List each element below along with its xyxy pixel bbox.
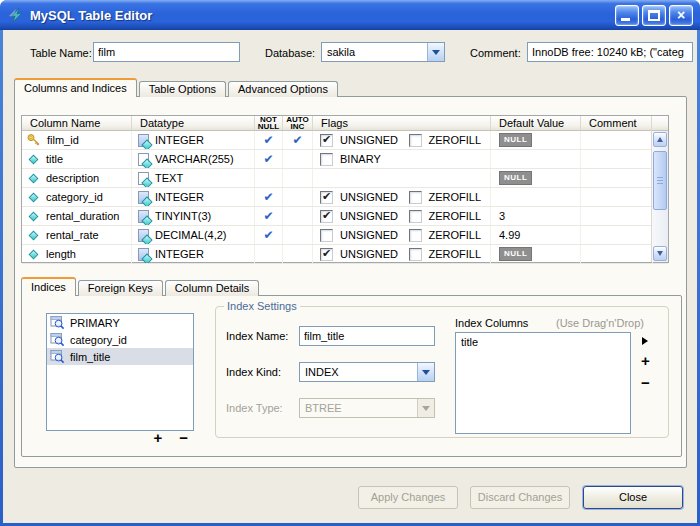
header-datatype[interactable]: Datatype xyxy=(132,116,255,130)
minimize-button[interactable] xyxy=(615,5,639,26)
zerofill-checkbox[interactable] xyxy=(409,210,422,223)
remove-index-button[interactable]: − xyxy=(179,429,188,446)
add-column-button[interactable]: + xyxy=(641,355,650,367)
zerofill-checkbox[interactable] xyxy=(409,134,422,147)
index-columns-list[interactable]: title xyxy=(455,332,631,434)
not-null-check[interactable] xyxy=(262,152,276,166)
move-column-icon[interactable] xyxy=(642,337,648,345)
default-value: 4.99 xyxy=(499,229,520,241)
table-row[interactable]: film_id INTEGER UNSIGNED ZEROFILL NULL xyxy=(22,131,668,150)
index-column-item[interactable]: title xyxy=(456,333,630,350)
index-type-label: Index Type: xyxy=(226,402,283,414)
flag-label: UNSIGNED xyxy=(340,191,398,203)
index-name-input[interactable] xyxy=(299,326,435,346)
primary-key-icon xyxy=(27,133,41,147)
scroll-down-button[interactable] xyxy=(653,246,667,261)
unsigned-checkbox[interactable] xyxy=(320,229,333,242)
index-list[interactable]: PRIMARY category_id film_title xyxy=(46,313,194,431)
unsigned-checkbox[interactable] xyxy=(320,191,333,204)
auto-inc-check[interactable] xyxy=(291,228,305,242)
index-list-item[interactable]: film_title xyxy=(47,348,193,365)
not-null-check[interactable] xyxy=(262,228,276,242)
not-null-check[interactable] xyxy=(262,247,276,261)
tab-columns-and-indices[interactable]: Columns and Indices xyxy=(14,78,137,97)
scrollbar[interactable] xyxy=(651,116,668,262)
unsigned-checkbox[interactable] xyxy=(320,248,333,261)
zerofill-checkbox[interactable] xyxy=(409,191,422,204)
table-row[interactable]: title VARCHAR(255) BINARY xyxy=(22,150,668,169)
flag-label: ZEROFILL xyxy=(429,248,482,260)
table-row[interactable]: rental_rate DECIMAL(4,2) UNSIGNED ZEROFI… xyxy=(22,226,668,245)
index-name: PRIMARY xyxy=(70,317,120,329)
auto-inc-check[interactable] xyxy=(291,152,305,166)
not-null-check[interactable] xyxy=(262,133,276,147)
auto-inc-check[interactable] xyxy=(291,133,305,147)
window-title: MySQL Table Editor xyxy=(30,8,612,23)
unsigned-checkbox[interactable] xyxy=(320,210,333,223)
table-row[interactable]: category_id INTEGER UNSIGNED ZEROFILL xyxy=(22,188,668,207)
index-type-select: BTREE xyxy=(299,398,435,418)
chevron-down-icon[interactable] xyxy=(417,363,434,381)
tab-column-details[interactable]: Column Details xyxy=(165,280,260,296)
columns-grid: Column Name Datatype NOTNULL AUTOINC Fla… xyxy=(21,115,669,263)
zerofill-checkbox[interactable] xyxy=(409,248,422,261)
datatype-icon xyxy=(138,134,149,147)
indices-page: PRIMARY category_id film_title + − xyxy=(21,295,682,457)
index-list-item[interactable]: category_id xyxy=(47,331,193,348)
not-null-check[interactable] xyxy=(262,209,276,223)
header-not-null[interactable]: NOTNULL xyxy=(255,116,283,130)
index-name: film_title xyxy=(70,351,110,363)
auto-inc-check[interactable] xyxy=(291,171,305,185)
datatype-icon xyxy=(138,172,149,185)
auto-inc-check[interactable] xyxy=(291,247,305,261)
datatype-text: DECIMAL(4,2) xyxy=(155,229,227,241)
close-button[interactable]: × xyxy=(669,5,693,26)
binary-checkbox[interactable] xyxy=(320,153,333,166)
database-select[interactable]: sakila xyxy=(321,42,445,62)
unsigned-checkbox[interactable] xyxy=(320,134,333,147)
index-name: category_id xyxy=(70,334,127,346)
datatype-icon xyxy=(138,210,149,223)
default-value: 3 xyxy=(499,210,505,222)
table-row[interactable]: length INTEGER UNSIGNED ZEROFILL NULL xyxy=(22,245,668,264)
grid-header: Column Name Datatype NOTNULL AUTOINC Fla… xyxy=(22,116,668,131)
flag-label: BINARY xyxy=(340,153,381,165)
auto-inc-check[interactable] xyxy=(291,209,305,223)
header-default-value[interactable]: Default Value xyxy=(491,116,581,130)
chevron-down-icon[interactable] xyxy=(427,43,444,61)
table-row[interactable]: rental_duration TINYINT(3) UNSIGNED ZERO… xyxy=(22,207,668,226)
index-list-item[interactable]: PRIMARY xyxy=(47,314,193,331)
not-null-check[interactable] xyxy=(262,171,276,185)
index-icon xyxy=(50,315,65,330)
scroll-thumb[interactable] xyxy=(653,151,667,210)
tab-table-options[interactable]: Table Options xyxy=(139,81,226,97)
close-button-footer[interactable]: Close xyxy=(583,486,683,509)
discard-changes-button[interactable]: Discard Changes xyxy=(470,486,570,509)
tab-foreign-keys[interactable]: Foreign Keys xyxy=(78,280,163,296)
header-column-name[interactable]: Column Name xyxy=(22,116,132,130)
flag-label: ZEROFILL xyxy=(429,229,482,241)
index-kind-select[interactable]: INDEX xyxy=(299,362,435,382)
remove-column-button[interactable]: − xyxy=(641,377,650,389)
tab-advanced-options[interactable]: Advanced Options xyxy=(228,81,338,97)
add-index-button[interactable]: + xyxy=(153,429,162,446)
header-auto-inc[interactable]: AUTOINC xyxy=(283,116,313,130)
table-name-input[interactable] xyxy=(93,42,240,62)
apply-changes-button[interactable]: Apply Changes xyxy=(358,486,458,509)
zerofill-checkbox[interactable] xyxy=(409,229,422,242)
not-null-check[interactable] xyxy=(262,190,276,204)
auto-inc-check[interactable] xyxy=(291,190,305,204)
header-comment[interactable]: Comment xyxy=(581,116,653,130)
datatype-text: INTEGER xyxy=(155,191,204,203)
default-value: NULL xyxy=(499,247,532,261)
tab-indices[interactable]: Indices xyxy=(21,277,76,296)
close-icon: × xyxy=(670,6,692,25)
index-icon xyxy=(50,332,65,347)
comment-input[interactable] xyxy=(527,42,693,62)
scroll-up-button[interactable] xyxy=(653,132,667,147)
maximize-button[interactable] xyxy=(642,5,666,26)
table-row[interactable]: description TEXT NULL xyxy=(22,169,668,188)
column-name: category_id xyxy=(46,191,103,203)
header-flags[interactable]: Flags xyxy=(313,116,491,130)
table-name-label: Table Name: xyxy=(30,47,92,59)
